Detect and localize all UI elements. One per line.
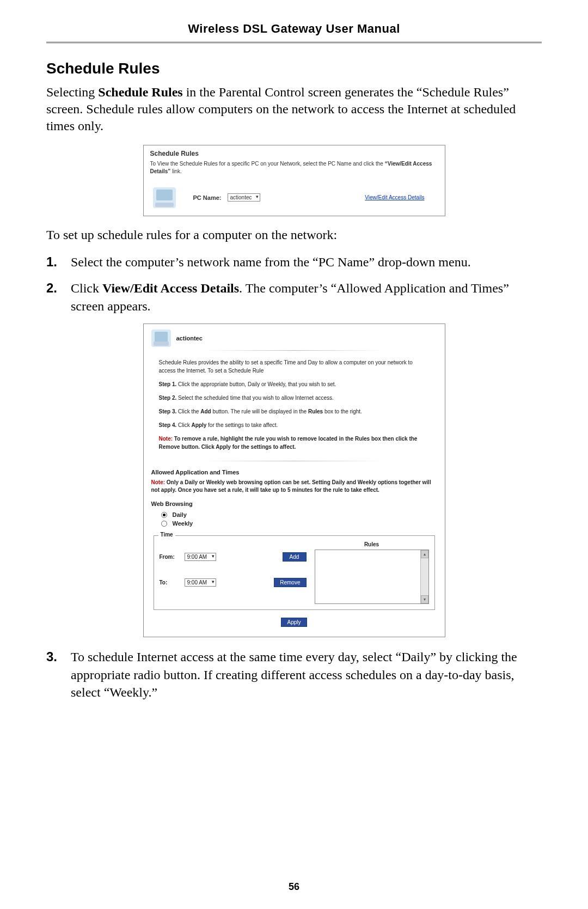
- allowed-app-times-screenshot: actiontec Schedule Rules provides the ab…: [143, 324, 445, 637]
- shot2-hostname: actiontec: [176, 335, 203, 341]
- s4tc: for the settings to take affect.: [206, 422, 278, 428]
- s1t: Click the appropriate button, Daily or W…: [176, 381, 336, 387]
- intro-paragraph: Selecting Schedule Rules in the Parental…: [46, 84, 542, 135]
- shot1-desc-b: link.: [170, 168, 182, 174]
- shot2-step3: Step 3. Click the Add button. The rule w…: [159, 407, 430, 416]
- step-1: 1. Select the computer’s network name fr…: [46, 253, 542, 271]
- divider: [204, 461, 384, 461]
- remove-button[interactable]: Remove: [274, 578, 306, 587]
- header-rule: [46, 41, 542, 44]
- time-legend: Time: [158, 532, 175, 538]
- radio-icon: [161, 521, 167, 527]
- s3tc: button. The rule will be displayed in th…: [211, 408, 308, 414]
- from-dropdown[interactable]: 9:00 AM: [185, 553, 217, 561]
- note2-label: Note:: [151, 479, 166, 485]
- daily-label: Daily: [173, 511, 187, 518]
- intro-pre: Selecting: [46, 85, 98, 99]
- to-dropdown[interactable]: 9:00 AM: [185, 578, 217, 587]
- shot2-step4: Step 4. Click Apply for the settings to …: [159, 421, 430, 429]
- step-2-text: Click View/Edit Access Details. The comp…: [71, 279, 542, 315]
- from-row: From: 9:00 AM Add: [160, 552, 307, 562]
- computer-icon: [151, 330, 171, 347]
- s1b: Step 1.: [159, 381, 177, 387]
- time-fieldset: Time From: 9:00 AM Add To: 9:00 AM Remov…: [154, 535, 435, 610]
- step-3: 3. To schedule Internet access at the sa…: [46, 648, 542, 701]
- note2-text: Only a Daily or Weekly web browsing opti…: [151, 479, 431, 493]
- s3td: Rules: [308, 408, 323, 414]
- shot2-step1: Step 1. Click the appropriate button, Da…: [159, 380, 430, 388]
- shot1-desc: To View the Schedule Rules for a specifi…: [150, 160, 438, 175]
- rules-label: Rules: [315, 541, 429, 547]
- radio-icon: [161, 512, 167, 518]
- radio-weekly[interactable]: Weekly: [151, 519, 437, 528]
- scroll-up-icon[interactable]: ▴: [421, 550, 428, 558]
- s3ta: Click the: [176, 408, 200, 414]
- pc-name-label: PC Name:: [193, 194, 222, 201]
- section-heading: Schedule Rules: [46, 60, 542, 77]
- pc-name-dropdown[interactable]: actiontec: [228, 193, 260, 202]
- s3tb: Add: [200, 408, 211, 414]
- shot1-title: Schedule Rules: [150, 150, 438, 157]
- scroll-down-icon[interactable]: ▾: [421, 595, 428, 603]
- step-2-bold: View/Edit Access Details: [102, 281, 239, 295]
- shot2-step2: Step 2. Select the scheduled time that y…: [159, 394, 430, 402]
- note-label: Note:: [159, 436, 173, 442]
- s4b: Step 4.: [159, 422, 177, 428]
- intro-bold: Schedule Rules: [98, 85, 182, 99]
- schedule-rules-screenshot: Schedule Rules To View the Schedule Rule…: [143, 145, 445, 216]
- page-number: 56: [0, 881, 588, 893]
- view-edit-link[interactable]: View/Edit Access Details: [365, 194, 424, 200]
- shot2-note: Note: To remove a rule, highlight the ru…: [159, 435, 430, 451]
- setup-line: To set up schedule rules for a computer …: [46, 226, 542, 243]
- shot1-row: PC Name: actiontec View/Edit Access Deta…: [150, 187, 438, 208]
- allowed-heading: Allowed Application and Times: [151, 469, 437, 475]
- shot2-intro: Schedule Rules provides the ability to s…: [159, 358, 430, 375]
- web-browsing-heading: Web Browsing: [151, 501, 437, 507]
- step-3-text: To schedule Internet access at the same …: [71, 648, 542, 701]
- weekly-label: Weekly: [173, 520, 193, 527]
- rules-listbox[interactable]: ▴ ▾: [315, 550, 429, 604]
- step-1-num: 1.: [46, 253, 71, 271]
- apply-button[interactable]: Apply: [281, 618, 307, 627]
- radio-daily[interactable]: Daily: [151, 510, 437, 519]
- to-label: To:: [160, 579, 181, 585]
- from-label: From:: [160, 554, 181, 560]
- scrollbar[interactable]: ▴ ▾: [420, 550, 428, 603]
- note-text: To remove a rule, highlight the rule you…: [159, 436, 418, 450]
- s2b: Step 2.: [159, 395, 177, 401]
- s2t: Select the scheduled time that you wish …: [176, 395, 334, 401]
- add-button[interactable]: Add: [283, 552, 307, 562]
- step-3-num: 3.: [46, 648, 71, 701]
- step-2-num: 2.: [46, 279, 71, 315]
- page-header: Wireless DSL Gateway User Manual: [46, 22, 542, 41]
- s4ta: Click: [176, 422, 191, 428]
- shot2-header: actiontec: [151, 330, 437, 347]
- s4tb: Apply: [192, 422, 207, 428]
- computer-icon: [153, 187, 176, 208]
- s3b: Step 3.: [159, 408, 177, 414]
- shot1-desc-a: To View the Schedule Rules for a specifi…: [150, 161, 385, 167]
- divider: [204, 350, 384, 351]
- step-1-text: Select the computer’s network name from …: [71, 253, 542, 271]
- s3te: box to the right.: [323, 408, 362, 414]
- to-row: To: 9:00 AM Remove: [160, 578, 307, 587]
- step-2: 2. Click View/Edit Access Details. The c…: [46, 279, 542, 315]
- shot2-note2: Note: Only a Daily or Weekly web browsin…: [151, 479, 437, 494]
- step-2-pre: Click: [71, 281, 102, 295]
